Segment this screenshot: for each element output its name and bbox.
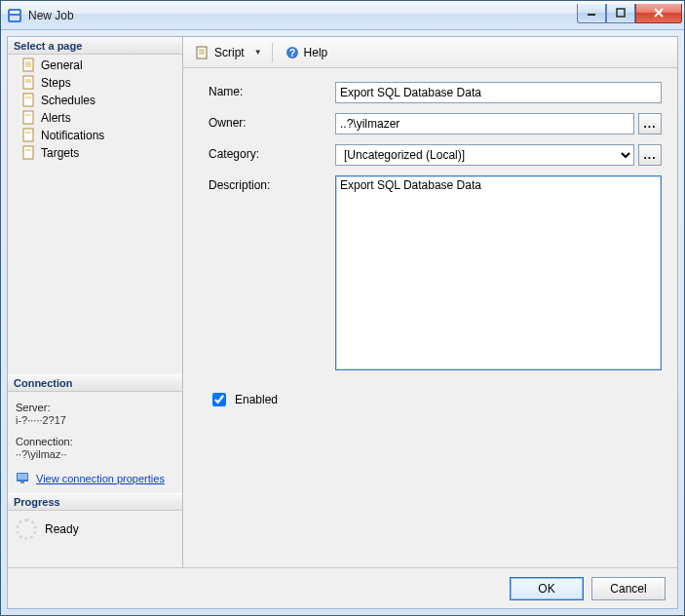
server-label: Server:: [16, 402, 174, 413]
owner-browse-button[interactable]: ...: [638, 113, 662, 135]
svg-rect-16: [23, 129, 33, 141]
name-input[interactable]: [335, 82, 662, 103]
page-label: Notifications: [41, 129, 104, 142]
svg-rect-18: [23, 146, 33, 159]
script-icon: [195, 45, 210, 60]
page-icon: [21, 75, 37, 91]
connection-header: Connection: [8, 374, 182, 392]
svg-rect-4: [617, 9, 625, 17]
page-item-targets[interactable]: Targets: [8, 144, 182, 162]
toolbar: Script ▼ ? Help: [183, 37, 677, 68]
svg-rect-12: [23, 94, 33, 106]
form-area: Name: Owner: ...: [183, 68, 677, 567]
connection-value: ··?\yilmaz··: [16, 448, 174, 460]
ok-button[interactable]: OK: [510, 577, 584, 600]
help-icon: ?: [285, 45, 300, 60]
content-area: Select a page General Steps: [7, 36, 678, 609]
progress-status: Ready: [45, 522, 79, 536]
maximize-button[interactable]: [606, 4, 635, 23]
page-icon: [21, 58, 37, 73]
title-bar[interactable]: New Job: [1, 1, 684, 30]
connection-label: Connection:: [16, 436, 174, 447]
page-list: General Steps Schedules: [8, 55, 182, 164]
progress-spinner-icon: [16, 519, 37, 540]
page-icon: [21, 110, 37, 126]
page-item-steps[interactable]: Steps: [8, 74, 182, 92]
svg-rect-21: [18, 474, 27, 480]
view-connection-properties-link[interactable]: View connection properties: [36, 473, 165, 484]
right-pane: Script ▼ ? Help Name:: [183, 37, 677, 567]
page-label: General: [41, 58, 83, 72]
category-label: Category:: [209, 144, 335, 161]
category-browse-button[interactable]: ...: [638, 144, 662, 166]
svg-rect-3: [588, 14, 595, 16]
page-label: Schedules: [41, 94, 95, 107]
svg-rect-1: [10, 11, 19, 14]
progress-block: Ready: [8, 511, 182, 548]
toolbar-divider: [272, 43, 273, 62]
owner-label: Owner:: [209, 113, 335, 130]
page-item-notifications[interactable]: Notifications: [8, 127, 182, 144]
owner-input[interactable]: [335, 113, 634, 135]
select-page-header: Select a page: [8, 37, 182, 55]
connection-properties-icon: [16, 470, 31, 487]
connection-block: Server: i-?·····2?17 Connection: ··?\yil…: [8, 392, 182, 493]
server-value: i-?·····2?17: [16, 414, 174, 426]
description-label: Description:: [209, 175, 335, 192]
svg-rect-14: [23, 111, 33, 124]
page-icon: [21, 128, 37, 143]
left-pane: Select a page General Steps: [8, 37, 183, 567]
dialog-footer: OK Cancel: [8, 567, 677, 608]
script-dropdown-arrow[interactable]: ▼: [252, 48, 264, 57]
page-label: Steps: [41, 76, 71, 90]
svg-rect-22: [20, 481, 24, 483]
script-label: Script: [214, 46, 245, 59]
page-item-schedules[interactable]: Schedules: [8, 92, 182, 109]
close-button[interactable]: [635, 4, 682, 23]
svg-rect-2: [10, 16, 19, 20]
page-icon: [21, 145, 37, 161]
svg-text:?: ?: [289, 48, 295, 58]
help-label: Help: [304, 46, 328, 59]
svg-rect-23: [197, 47, 207, 58]
category-select[interactable]: [Uncategorized (Local)]: [335, 144, 634, 166]
page-label: Alerts: [41, 111, 71, 125]
app-icon: [7, 8, 22, 23]
help-button[interactable]: ? Help: [281, 43, 332, 62]
description-textarea[interactable]: Export SQL Database Data: [335, 175, 662, 370]
enabled-label: Enabled: [235, 393, 278, 406]
enabled-checkbox[interactable]: [212, 393, 226, 406]
page-item-general[interactable]: General: [8, 57, 182, 74]
progress-header: Progress: [8, 493, 182, 511]
window-title: New Job: [28, 9, 577, 22]
page-item-alerts[interactable]: Alerts: [8, 109, 182, 127]
page-label: Targets: [41, 146, 79, 160]
script-button[interactable]: Script: [191, 43, 248, 62]
page-icon: [21, 93, 37, 108]
new-job-dialog: New Job Select a page: [0, 0, 685, 616]
window-frame: Select a page General Steps: [1, 30, 684, 615]
minimize-button[interactable]: [577, 4, 606, 23]
cancel-button[interactable]: Cancel: [591, 577, 666, 600]
name-label: Name:: [209, 82, 335, 98]
